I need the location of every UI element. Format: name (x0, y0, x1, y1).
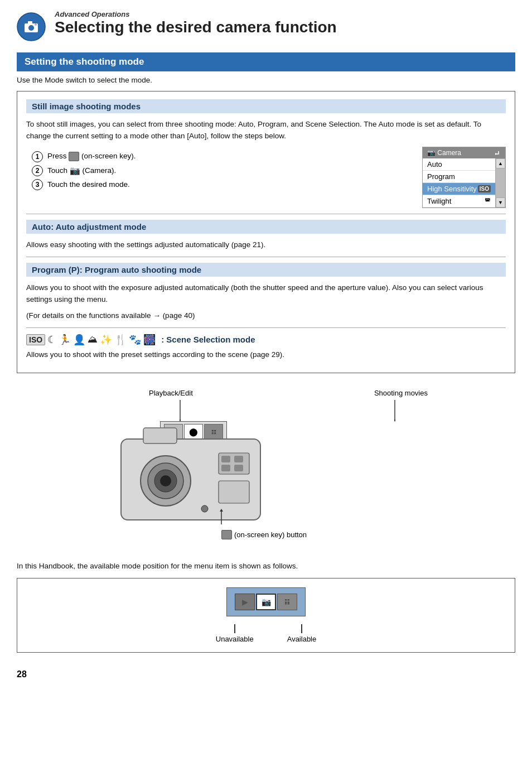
person-walk-icon: 🏃 (59, 334, 71, 346)
svg-point-15 (160, 475, 171, 486)
svg-rect-11 (143, 428, 177, 443)
mountain-icon: ⛰ (88, 334, 98, 345)
svg-rect-21 (219, 481, 249, 503)
page-number: 28 (0, 664, 532, 685)
svg-point-2 (28, 25, 34, 31)
available-label-area: Available (287, 624, 317, 643)
bottom-para: In this Handbook, the available mode pos… (17, 562, 515, 570)
grid-mode-icon: ☷ (277, 594, 297, 610)
step-1: 1 Press (on-screen key). (32, 151, 136, 162)
camera-menu-scrollbar[interactable]: ▲ ▼ (495, 158, 505, 208)
camera-menu: 📷 Camera (422, 147, 506, 208)
program-mode-heading: Program (P): Program auto shooting mode (26, 263, 506, 277)
mode-labels-area: Unavailable Available (28, 624, 504, 643)
unavailable-arrow-line (234, 624, 235, 633)
shooting-label: Shooting movies (374, 389, 428, 397)
camera-menu-header: 📷 Camera (423, 147, 505, 158)
sparkle-icon: ✨ (100, 334, 112, 346)
return-icon (493, 149, 501, 157)
divider-1 (26, 214, 506, 214)
shooting-line (394, 400, 395, 422)
main-content: Setting the shooting mode Use the Mode s… (0, 47, 532, 664)
unavailable-label-area: Unavailable (216, 624, 254, 643)
available-arrow-line (301, 624, 302, 633)
menu-item-twilight[interactable]: Twilight ◚ (423, 195, 495, 208)
step-3-text: Touch the desired mode. (47, 180, 130, 189)
moon-icon: ◚ (485, 197, 491, 205)
playback-label: Playback/Edit (149, 389, 193, 397)
iso-scene-icon: ISO (26, 334, 45, 345)
svg-rect-20 (234, 465, 243, 471)
page-header: Advanced Operations Selecting the desire… (0, 0, 532, 47)
onscreen-arrow (219, 509, 241, 525)
section-heading: Setting the shooting mode (17, 52, 515, 71)
camera-menu-title: 📷 Camera (427, 149, 461, 157)
pet-icon: 🐾 (129, 334, 141, 346)
auto-mode-body: Allows easy shooting with the settings a… (26, 239, 506, 251)
program-mode-body2: (For details on the functions available … (26, 310, 506, 322)
crescent-icon: ☾ (47, 334, 56, 346)
camera-icon-small: 📷 (427, 149, 436, 157)
diagram-wrapper: Playback/Edit Shooting movies ▶ ⬤ ☷ (93, 383, 439, 556)
menu-item-auto-label: Auto (427, 160, 442, 168)
step-2: 2 Touch 📷 (Camera). (32, 165, 136, 176)
scene-mode-body: Allows you to shoot with the preset sett… (26, 349, 506, 361)
step-3: 3 Touch the desired mode. (32, 179, 136, 190)
svg-marker-24 (220, 509, 223, 512)
menu-item-program-label: Program (427, 172, 455, 181)
scene-selection-row: ISO ☾ 🏃 👤 ⛰ ✨ 🍴 🐾 🎆 : Scene Selection mo… (26, 334, 506, 346)
still-image-heading: Still image shooting modes (26, 99, 506, 113)
step-num-2: 2 (32, 165, 43, 176)
menu-item-twilight-label: Twilight (427, 197, 451, 205)
header-subtitle: Advanced Operations (55, 10, 337, 18)
header-title: Selecting the desired camera function (55, 18, 337, 36)
camera-touch-icon: 📷 (70, 166, 80, 176)
step-1-text: Press (on-screen key). (47, 152, 136, 161)
iso-icon: ISO (478, 185, 491, 192)
step-num-1: 1 (32, 151, 43, 162)
still-image-box: Still image shooting modes To shoot stil… (17, 91, 515, 373)
svg-marker-5 (495, 153, 497, 155)
onscreen-key-text: (on-screen key) button (234, 531, 307, 539)
step-num-3: 3 (32, 179, 43, 190)
header-text: Advanced Operations Selecting the desire… (55, 10, 337, 36)
available-label: Available (287, 635, 317, 643)
camera-diagram-area: Playback/Edit Shooting movies ▶ ⬤ ☷ (17, 383, 515, 556)
steps-list: 1 Press (on-screen key). 2 Touch 📷 (Came… (32, 151, 136, 193)
still-image-body: To shoot still images, you can select fr… (26, 119, 506, 142)
scene-selection-label: : Scene Selection mode (161, 335, 255, 344)
play-mode-icon: ▶ (235, 594, 255, 610)
onscreen-key-label: (on-screen key) button (221, 530, 307, 539)
scroll-up-button[interactable]: ▲ (496, 158, 505, 168)
fireworks-icon: 🎆 (143, 334, 156, 346)
step-2-text: Touch 📷 (Camera). (47, 166, 116, 176)
people-icon: 👤 (73, 334, 85, 346)
menu-item-program[interactable]: Program (423, 171, 495, 183)
menu-item-high-sensitivity[interactable]: High Sensitivity ISO (423, 183, 495, 195)
scroll-down-button[interactable]: ▼ (496, 197, 505, 208)
unavailable-label: Unavailable (216, 635, 254, 643)
mode-icons-demo: ▶ 📷 ☷ (226, 587, 306, 616)
svg-point-4 (35, 23, 37, 26)
section-intro: Use the Mode switch to select the mode. (17, 76, 515, 84)
onscreen-key-icon (69, 152, 79, 161)
menu-item-auto[interactable]: Auto (423, 158, 495, 171)
svg-rect-19 (221, 465, 230, 471)
divider-2 (26, 257, 506, 257)
onscreen-key-diagram-icon (221, 530, 232, 539)
divider-3 (26, 327, 506, 328)
menu-item-high-sensitivity-label: High Sensitivity (427, 185, 477, 193)
playback-line (180, 400, 181, 422)
svg-rect-3 (28, 21, 32, 24)
camera-mode-icon: 📷 (256, 594, 276, 610)
svg-rect-18 (234, 456, 243, 462)
auto-mode-heading: Auto: Auto adjustment mode (26, 220, 506, 234)
header-icon (17, 12, 46, 41)
svg-rect-17 (221, 456, 230, 462)
svg-point-22 (201, 505, 208, 512)
camera-body-svg (115, 422, 266, 528)
scroll-track (496, 168, 505, 197)
program-mode-body: Allows you to shoot with the exposure ad… (26, 282, 506, 306)
mode-position-box: ▶ 📷 ☷ Unavailable Available (17, 578, 515, 653)
food-icon: 🍴 (114, 334, 127, 346)
